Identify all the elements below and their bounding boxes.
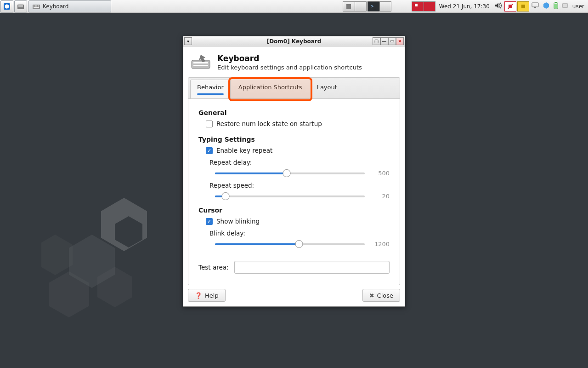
svg-rect-13	[521, 5, 525, 8]
tray-user[interactable]: user	[571, 3, 586, 10]
tab-panel-behavior: General Restore num lock state on startu…	[188, 99, 400, 285]
start-menu-button[interactable]	[0, 0, 13, 12]
restore-numlock-label: Restore num lock state on startup	[216, 120, 322, 127]
svg-rect-18	[554, 4, 557, 8]
tray-qubes-icon[interactable]	[541, 2, 551, 11]
section-typing: Typing Settings	[198, 136, 390, 143]
tab-behavior[interactable]: Behavior	[190, 80, 231, 98]
blink-delay-value: 1200	[371, 241, 390, 247]
svg-rect-22	[193, 65, 208, 66]
window-title: [Dom0] Keyboard	[267, 38, 322, 45]
svg-rect-7	[38, 6, 39, 6]
tray-network-icon[interactable]	[504, 1, 516, 12]
show-blinking-label: Show blinking	[216, 218, 260, 225]
window-minimize-button[interactable]: —	[380, 37, 388, 45]
repeat-delay-label: Repeat delay:	[209, 159, 390, 166]
section-general: General	[198, 109, 390, 116]
svg-rect-2	[18, 4, 23, 7]
keyboard-settings-window: ▾ [Dom0] Keyboard ▢ — ▭ ✕ Keyboard Edit …	[183, 36, 405, 307]
repeat-speed-label: Repeat speed:	[209, 182, 390, 189]
show-blinking-checkbox[interactable]	[206, 218, 213, 225]
tray-icon-blank[interactable]	[379, 1, 391, 12]
svg-rect-15	[534, 7, 536, 8]
tray-display-icon[interactable]	[530, 2, 540, 10]
enable-repeat-checkbox[interactable]	[206, 147, 213, 154]
tray-drive-icon[interactable]	[560, 2, 570, 10]
tray-icon-1[interactable]	[343, 1, 355, 12]
svg-rect-20	[192, 60, 210, 69]
svg-rect-5	[35, 6, 36, 6]
taskbar-task-keyboard[interactable]: Keyboard	[28, 0, 111, 12]
repeat-speed-value: 20	[371, 193, 390, 200]
svg-rect-14	[532, 3, 538, 7]
section-cursor: Cursor	[198, 207, 390, 214]
repeat-speed-slider[interactable]	[215, 192, 365, 200]
window-close-button[interactable]: ✕	[396, 37, 404, 45]
tray-terminal-icon[interactable]: >_	[368, 1, 379, 12]
tab-layout[interactable]: Layout	[310, 80, 344, 98]
repeat-delay-slider[interactable]	[215, 169, 365, 177]
tray-volume-icon[interactable]	[493, 2, 503, 10]
help-icon: ❓	[195, 292, 202, 299]
restore-numlock-checkbox[interactable]	[206, 121, 213, 127]
system-tray: >_ Wed 21 Jun, 17:30 user	[343, 0, 588, 13]
svg-rect-17	[555, 2, 557, 3]
svg-rect-9	[346, 4, 351, 9]
taskbar: Keyboard >_ Wed 21 Jun, 17:30 user	[0, 0, 588, 13]
window-menu-icon[interactable]: ▾	[184, 37, 192, 45]
enable-repeat-label: Enable key repeat	[216, 147, 272, 154]
header-title: Keyboard	[217, 54, 362, 63]
test-area-label: Test area:	[198, 264, 229, 271]
blink-delay-slider[interactable]	[215, 240, 365, 248]
tray-workspace-2[interactable]	[424, 1, 435, 12]
tray-updates-icon[interactable]	[517, 1, 529, 12]
show-desktop-button[interactable]	[14, 0, 27, 12]
tray-clock[interactable]: Wed 21 Jun, 17:30	[436, 3, 492, 10]
tray-workspace-1[interactable]	[412, 1, 424, 12]
help-button[interactable]: ❓ Help	[188, 289, 226, 302]
window-titlebar[interactable]: ▾ [Dom0] Keyboard ▢ — ▭ ✕	[183, 36, 405, 46]
tab-application-shortcuts[interactable]: Application Shortcuts	[232, 80, 309, 98]
tray-icon-2[interactable]	[355, 1, 367, 12]
window-shade-button[interactable]: ▢	[373, 37, 380, 45]
svg-rect-10	[415, 4, 418, 6]
test-area-input[interactable]	[234, 261, 390, 274]
keyboard-icon	[33, 4, 40, 9]
tab-bar: Behavior Application Shortcuts Layout	[188, 77, 400, 99]
taskbar-task-label: Keyboard	[43, 3, 68, 10]
repeat-delay-value: 500	[371, 170, 390, 177]
tray-battery-icon[interactable]	[552, 2, 560, 11]
svg-rect-21	[193, 62, 208, 63]
svg-rect-8	[34, 7, 39, 8]
close-icon: ✖	[369, 292, 374, 299]
blink-delay-label: Blink delay:	[209, 230, 390, 237]
desktop-logo	[41, 193, 161, 331]
svg-rect-4	[34, 6, 34, 6]
header-subtitle: Edit keyboard settings and application s…	[217, 64, 362, 71]
window-maximize-button[interactable]: ▭	[388, 37, 396, 45]
keyboard-header-icon	[191, 54, 211, 70]
svg-rect-19	[562, 4, 568, 7]
svg-rect-3	[33, 5, 40, 9]
close-button[interactable]: ✖ Close	[362, 289, 400, 302]
svg-rect-6	[36, 6, 37, 6]
